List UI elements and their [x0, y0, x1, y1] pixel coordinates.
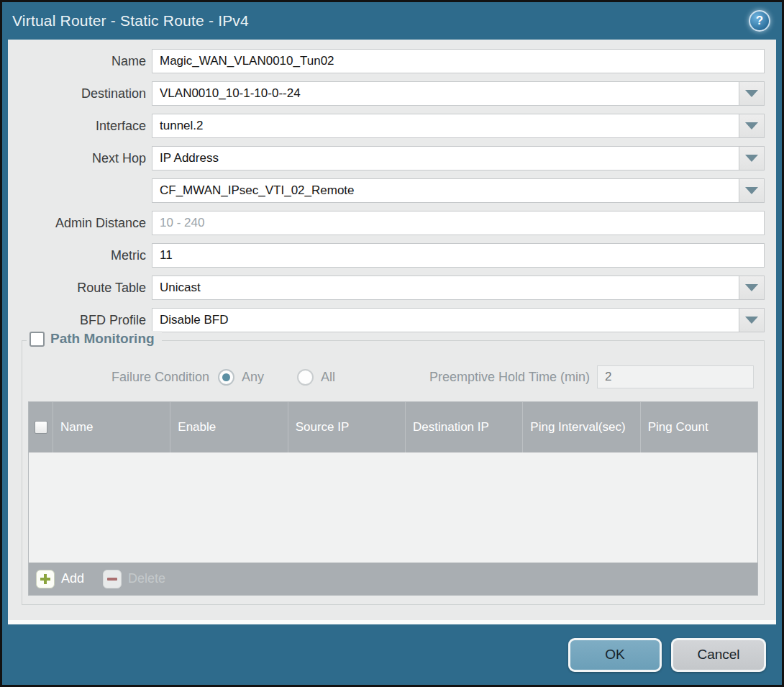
radio-all[interactable] [297, 369, 314, 386]
chevron-down-icon [745, 317, 758, 324]
next-hop-type-input[interactable] [152, 146, 739, 170]
column-header-ping-interval[interactable]: Ping Interval(sec) [523, 402, 640, 452]
table-header: Name Enable Source IP Destination IP Pin… [29, 402, 757, 452]
route-table-input[interactable] [152, 276, 739, 300]
row-next-hop: Next Hop [14, 146, 765, 170]
bfd-profile-dropdown-button[interactable] [739, 308, 765, 332]
preemptive-hold-time-input[interactable] [597, 365, 754, 388]
content-panel: Name Destination Interface [8, 40, 776, 620]
route-table-dropdown-button[interactable] [739, 276, 765, 300]
interface-dropdown-button[interactable] [739, 114, 765, 138]
bfd-profile-label: BFD Profile [14, 313, 146, 328]
delete-icon [103, 570, 122, 588]
next-hop-address-input[interactable] [152, 178, 739, 203]
static-route-dialog: Virtual Router - Static Route - IPv4 ? N… [0, 0, 784, 687]
preemptive-hold-time: Preemptive Hold Time (min) [429, 365, 754, 388]
row-interface: Interface [14, 114, 765, 138]
add-button-label: Add [61, 571, 84, 586]
admin-distance-input[interactable] [152, 211, 765, 235]
preemptive-hold-time-label: Preemptive Hold Time (min) [429, 370, 590, 385]
failure-condition-row: Failure Condition Any All Preemptive Hol… [28, 364, 758, 390]
path-monitoring-section: Path Monitoring Failure Condition Any Al… [22, 340, 765, 605]
path-monitoring-table: Name Enable Source IP Destination IP Pin… [28, 401, 758, 596]
chevron-down-icon [745, 122, 758, 129]
dialog-frame: Virtual Router - Static Route - IPv4 ? N… [2, 2, 782, 685]
next-hop-address-dropdown-button[interactable] [739, 178, 765, 203]
table-toolbar: Add Delete [29, 563, 757, 595]
interface-label: Interface [14, 119, 146, 134]
route-table-label: Route Table [14, 281, 146, 296]
name-input[interactable] [152, 49, 765, 73]
next-hop-address-combo [152, 178, 765, 203]
help-icon[interactable]: ? [749, 10, 770, 32]
failure-condition-options: Any All [218, 369, 361, 386]
column-header-ping-count[interactable]: Ping Count [641, 402, 757, 452]
row-metric: Metric [14, 243, 765, 268]
ok-button[interactable]: OK [568, 638, 662, 672]
row-next-hop-address [14, 178, 765, 203]
name-label: Name [14, 54, 146, 69]
title-bar: Virtual Router - Static Route - IPv4 ? [2, 2, 782, 40]
failure-condition-label: Failure Condition [28, 370, 209, 385]
chevron-down-icon [745, 90, 758, 97]
delete-button[interactable]: Delete [103, 570, 165, 588]
header-checkbox-cell [29, 402, 53, 452]
row-bfd-profile: BFD Profile [14, 308, 765, 332]
path-monitoring-title: Path Monitoring [50, 331, 155, 347]
next-hop-label: Next Hop [14, 151, 146, 166]
content-outer: Name Destination Interface [8, 40, 776, 624]
row-name: Name [14, 49, 765, 73]
admin-distance-label: Admin Distance [14, 216, 146, 231]
radio-any[interactable] [218, 369, 234, 386]
interface-input[interactable] [152, 114, 739, 138]
select-all-checkbox[interactable] [35, 421, 47, 434]
metric-input[interactable] [152, 243, 765, 268]
cancel-button[interactable]: Cancel [671, 638, 766, 672]
path-monitoring-checkbox[interactable] [29, 332, 45, 347]
destination-input[interactable] [152, 81, 739, 106]
add-button[interactable]: Add [36, 570, 84, 588]
destination-combo [152, 81, 765, 106]
next-hop-dropdown-button[interactable] [739, 146, 765, 170]
table-body [29, 452, 757, 563]
radio-dot [222, 373, 230, 381]
row-destination: Destination [14, 81, 765, 106]
column-header-destination-ip[interactable]: Destination IP [406, 402, 523, 452]
chevron-down-icon [745, 155, 758, 162]
bfd-profile-combo [152, 308, 765, 332]
interface-combo [152, 114, 765, 138]
route-table-combo [152, 276, 765, 300]
chevron-down-icon [745, 187, 758, 194]
chevron-down-icon [745, 284, 758, 291]
add-icon [36, 570, 55, 588]
dialog-title: Virtual Router - Static Route - IPv4 [12, 12, 249, 29]
row-route-table: Route Table [14, 276, 765, 300]
delete-button-label: Delete [128, 571, 165, 586]
radio-all-label: All [321, 370, 335, 385]
metric-label: Metric [14, 248, 146, 263]
column-header-source-ip[interactable]: Source IP [288, 402, 406, 452]
row-admin-distance: Admin Distance [14, 211, 765, 235]
radio-any-label: Any [242, 370, 264, 385]
destination-dropdown-button[interactable] [739, 81, 765, 106]
bfd-profile-input[interactable] [152, 308, 739, 332]
dialog-footer: OK Cancel [2, 624, 782, 685]
column-header-enable[interactable]: Enable [170, 402, 288, 452]
destination-label: Destination [14, 86, 146, 101]
path-monitoring-legend: Path Monitoring [27, 331, 162, 347]
column-header-name[interactable]: Name [53, 402, 170, 452]
next-hop-combo [152, 146, 765, 170]
